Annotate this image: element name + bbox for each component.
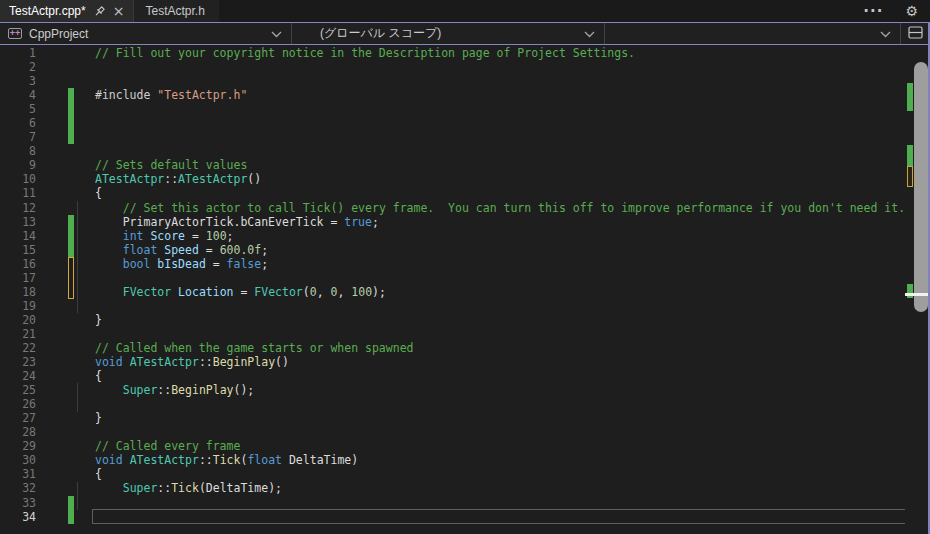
code-line[interactable]: 20} bbox=[0, 313, 930, 327]
line-number: 12 bbox=[0, 201, 36, 215]
more-options-icon[interactable]: ··· bbox=[863, 2, 883, 20]
code-text: bool bIsDead = false; bbox=[95, 257, 268, 271]
vertical-scrollbar[interactable] bbox=[905, 45, 929, 534]
code-text: // Fill out your copyright notice in the… bbox=[95, 46, 635, 60]
code-line[interactable]: 22// Called when the game starts or when… bbox=[0, 341, 930, 355]
code-line[interactable]: 12 // Set this actor to call Tick() ever… bbox=[0, 201, 930, 215]
gutter-spacer bbox=[36, 369, 95, 383]
gutter-spacer bbox=[36, 285, 95, 299]
settings-gear-icon[interactable]: ⚙ bbox=[905, 3, 918, 19]
code-line[interactable]: 28 bbox=[0, 425, 930, 439]
close-icon[interactable]: × bbox=[113, 4, 125, 18]
scope-dropdown[interactable]: (グローバル スコープ) bbox=[292, 23, 605, 44]
block-structure-guide bbox=[77, 383, 78, 411]
line-number: 32 bbox=[0, 481, 36, 495]
pin-icon[interactable] bbox=[93, 5, 106, 18]
line-number: 16 bbox=[0, 257, 36, 271]
chevron-down-icon bbox=[584, 27, 595, 41]
code-line[interactable]: 32 Super::Tick(DeltaTime); bbox=[0, 481, 930, 495]
line-number: 29 bbox=[0, 439, 36, 453]
code-line[interactable]: 29// Called every frame bbox=[0, 439, 930, 453]
chevron-down-icon bbox=[880, 27, 891, 41]
code-line[interactable]: 8 bbox=[0, 144, 930, 158]
gutter-spacer bbox=[36, 425, 95, 439]
gutter-spacer bbox=[36, 355, 95, 369]
code-line[interactable]: 21 bbox=[0, 327, 930, 341]
scroll-marker-saved bbox=[907, 83, 913, 111]
code-line[interactable]: 14 int Score = 100; bbox=[0, 229, 930, 243]
line-number: 25 bbox=[0, 383, 36, 397]
code-editor[interactable]: 1// Fill out your copyright notice in th… bbox=[0, 45, 930, 534]
code-line[interactable]: 3 bbox=[0, 74, 930, 88]
code-line[interactable]: 27} bbox=[0, 411, 930, 425]
gutter-spacer bbox=[36, 481, 95, 495]
code-line[interactable]: 26 bbox=[0, 397, 930, 411]
line-number: 2 bbox=[0, 60, 36, 74]
code-text: float Speed = 600.0f; bbox=[95, 243, 268, 257]
gutter-spacer bbox=[36, 341, 95, 355]
code-text: void ATestActpr::BeginPlay() bbox=[95, 355, 289, 369]
code-line[interactable]: 19 bbox=[0, 299, 930, 313]
project-dropdown[interactable]: ++ CppProject bbox=[0, 23, 292, 44]
code-text: Super::BeginPlay(); bbox=[95, 383, 254, 397]
code-line[interactable]: 4#include "TestActpr.h" bbox=[0, 88, 930, 102]
scroll-marker-saved bbox=[907, 145, 913, 166]
gutter-spacer bbox=[36, 172, 95, 186]
code-text: // Called when the game starts or when s… bbox=[95, 341, 414, 355]
line-number: 20 bbox=[0, 313, 36, 327]
code-line[interactable]: 30void ATestActpr::Tick(float DeltaTime) bbox=[0, 453, 930, 467]
code-line[interactable]: 9// Sets default values bbox=[0, 158, 930, 172]
gutter-spacer bbox=[36, 201, 95, 215]
gutter-spacer bbox=[36, 215, 95, 229]
code-line[interactable]: 31{ bbox=[0, 467, 930, 481]
member-dropdown[interactable] bbox=[605, 23, 901, 44]
code-line[interactable]: 17 bbox=[0, 271, 930, 285]
line-number: 22 bbox=[0, 341, 36, 355]
gutter-spacer bbox=[36, 453, 95, 467]
code-line[interactable]: 33 bbox=[0, 496, 930, 510]
code-line[interactable]: 16 bool bIsDead = false; bbox=[0, 257, 930, 271]
gutter-spacer bbox=[36, 88, 95, 102]
code-text: // Sets default values bbox=[95, 158, 247, 172]
code-line[interactable]: 6 bbox=[0, 116, 930, 130]
scope-dropdown-label: (グローバル スコープ) bbox=[320, 25, 441, 42]
code-text: // Called every frame bbox=[95, 439, 240, 453]
code-line[interactable]: 23void ATestActpr::BeginPlay() bbox=[0, 355, 930, 369]
line-number: 23 bbox=[0, 355, 36, 369]
gutter-spacer bbox=[36, 74, 95, 88]
line-number: 1 bbox=[0, 46, 36, 60]
code-text: int Score = 100; bbox=[95, 229, 234, 243]
gutter-spacer bbox=[36, 102, 95, 116]
gutter-spacer bbox=[36, 510, 95, 524]
tab-testactpr-h[interactable]: TestActpr.h bbox=[133, 0, 218, 22]
tab-testactpr-cpp[interactable]: TestActpr.cpp* × bbox=[0, 0, 133, 22]
scrollbar-thumb[interactable] bbox=[914, 62, 928, 312]
document-tab-bar: TestActpr.cpp* × TestActpr.h ··· ⚙ bbox=[0, 0, 930, 22]
tab-label: TestActpr.h bbox=[145, 4, 204, 18]
gutter-spacer bbox=[36, 46, 95, 60]
line-number: 19 bbox=[0, 299, 36, 313]
split-window-icon bbox=[908, 26, 923, 42]
gutter-spacer bbox=[36, 60, 95, 74]
code-line[interactable]: 10ATestActpr::ATestActpr() bbox=[0, 172, 930, 186]
code-line[interactable]: 18 FVector Location = FVector(0, 0, 100)… bbox=[0, 285, 930, 299]
gutter-spacer bbox=[36, 299, 95, 313]
code-line[interactable]: 5 bbox=[0, 102, 930, 116]
gutter-spacer bbox=[36, 496, 95, 510]
code-line[interactable]: 1// Fill out your copyright notice in th… bbox=[0, 46, 930, 60]
code-line[interactable]: 7 bbox=[0, 130, 930, 144]
line-number: 7 bbox=[0, 130, 36, 144]
current-line-highlight bbox=[92, 509, 908, 524]
code-line[interactable]: 2 bbox=[0, 60, 930, 74]
code-text: // Set this actor to call Tick() every f… bbox=[95, 201, 905, 215]
chevron-down-icon bbox=[271, 27, 282, 41]
code-line[interactable]: 11{ bbox=[0, 186, 930, 200]
code-line[interactable]: 15 float Speed = 600.0f; bbox=[0, 243, 930, 257]
code-line[interactable]: 25 Super::BeginPlay(); bbox=[0, 383, 930, 397]
code-line[interactable]: 24{ bbox=[0, 369, 930, 383]
line-number: 6 bbox=[0, 116, 36, 130]
split-window-button[interactable] bbox=[901, 23, 930, 44]
gutter-spacer bbox=[36, 243, 95, 257]
code-line[interactable]: 13 PrimaryActorTick.bCanEverTick = true; bbox=[0, 215, 930, 229]
gutter-spacer bbox=[36, 411, 95, 425]
